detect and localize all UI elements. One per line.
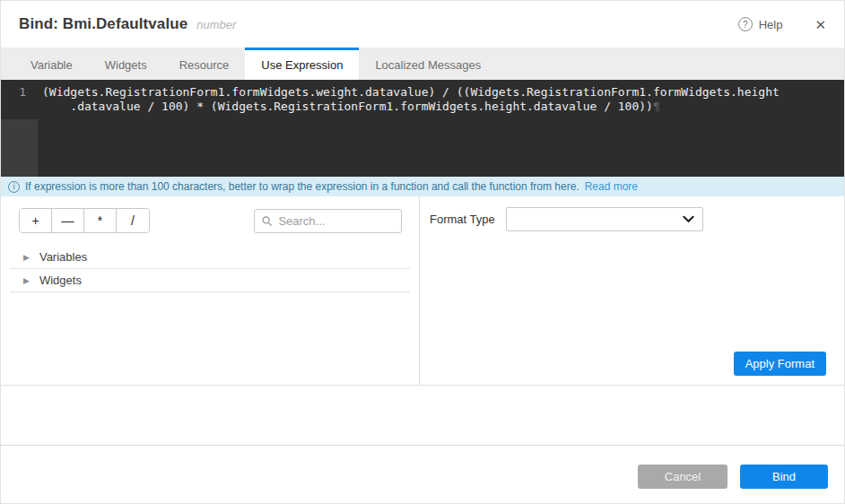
format-type-row: Format Type [420,207,844,231]
plus-operator-button[interactable]: + [20,209,52,232]
dialog-type-hint: number [196,18,236,31]
tree-item-label: Widgets [39,274,82,287]
tab-variable[interactable]: Variable [14,48,89,80]
dialog-title: Bind: Bmi.Defaultvalue [19,15,187,33]
help-icon: ? [738,17,753,31]
apply-format-button[interactable]: Apply Format [734,352,826,376]
search-box[interactable] [254,209,402,233]
dialog-footer: Cancel Bind [1,446,844,503]
help-button[interactable]: ? Help [738,17,783,31]
bind-dialog: Bind: Bmi.Defaultvalue number ? Help ✕ V… [0,0,845,504]
tab-localized-messages[interactable]: Localized Messages [359,48,497,80]
tree-item-label: Variables [39,250,87,264]
tab-widgets[interactable]: Widgets [89,48,163,80]
read-more-link[interactable]: Read more [585,180,638,193]
tree-item-widgets[interactable]: ▶ Widgets [10,269,410,292]
preview-section [1,386,844,446]
dialog-body: + — * / ▶ Variables ▶ [1,196,844,386]
divide-operator-button[interactable]: / [117,209,149,232]
tab-use-expression[interactable]: Use Expression [245,48,359,80]
tab-bar: Variable Widgets Resource Use Expression… [1,48,844,80]
minus-operator-button[interactable]: — [52,209,84,232]
info-message: If expression is more than 100 character… [25,180,579,193]
binding-source-tree: ▶ Variables ▶ Widgets [1,246,419,292]
close-icon[interactable]: ✕ [815,18,826,31]
search-input[interactable] [278,214,394,228]
line-number: 1 [1,80,38,119]
expression-editor[interactable]: 1 (Widgets.RegistrationForm1.formWidgets… [1,80,844,177]
expression-builder-panel: + — * / ▶ Variables ▶ [1,196,420,385]
builder-toolbar: + — * / [19,208,402,233]
info-bar: i If expression is more than 100 charact… [1,177,844,196]
expression-code[interactable]: (Widgets.RegistrationForm1.formWidgets.w… [42,85,844,114]
format-panel: Format Type Apply Format [420,196,844,385]
expand-caret-icon[interactable]: ▶ [23,276,30,285]
bind-button[interactable]: Bind [740,465,828,489]
info-icon: i [8,181,20,193]
help-label: Help [759,18,783,31]
cancel-button[interactable]: Cancel [638,465,727,489]
code-line-2: .datavalue / 100) * (Widgets.Registratio… [42,100,653,113]
end-of-line-mark: ¶ [653,100,660,113]
operator-group: + — * / [19,208,150,233]
dialog-header: Bind: Bmi.Defaultvalue number ? Help ✕ [1,1,844,48]
format-type-select[interactable] [506,207,703,231]
format-type-label: Format Type [430,213,506,226]
expand-caret-icon[interactable]: ▶ [23,253,30,262]
tree-item-variables[interactable]: ▶ Variables [10,246,410,269]
search-icon [262,215,272,227]
chevron-down-icon [683,215,694,223]
multiply-operator-button[interactable]: * [84,209,117,232]
code-line-1: (Widgets.RegistrationForm1.formWidgets.w… [42,85,780,99]
tab-resource[interactable]: Resource [163,48,246,80]
